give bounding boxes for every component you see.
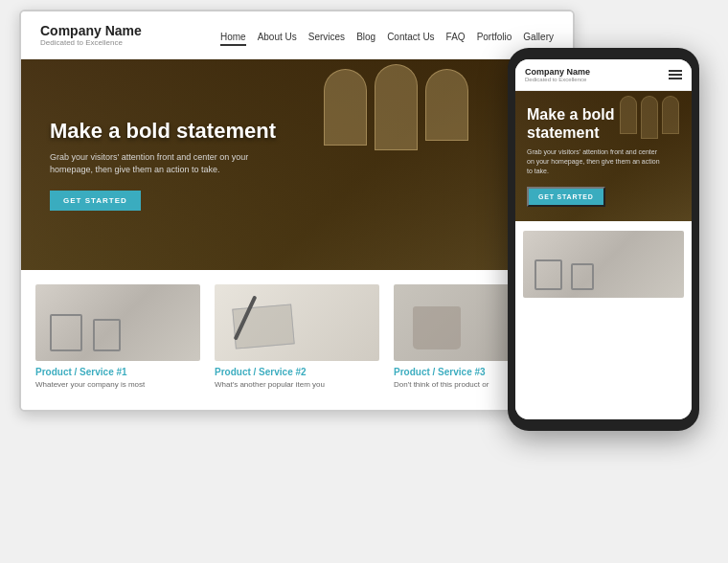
mobile-hero-cta-button[interactable]: GET STARTED — [527, 187, 605, 207]
hero-cta-button[interactable]: GET STARTED — [50, 191, 141, 211]
hero-title: Make a bold statement — [50, 119, 276, 144]
nav-item-contact[interactable]: Contact Us — [387, 27, 434, 44]
product-title-2: Product / Service #2 — [215, 367, 379, 377]
nav-link-home[interactable]: Home — [220, 32, 246, 46]
mobile-screen: Company Name Dedicated to Excellence Mak… — [515, 59, 692, 419]
desktop-navbar: Company Name Dedicated to Excellence Hom… — [21, 11, 573, 59]
hamburger-menu-button[interactable] — [669, 70, 682, 79]
mobile-mockup: Company Name Dedicated to Excellence Mak… — [508, 48, 699, 431]
nav-link-faq[interactable]: FAQ — [446, 32, 466, 42]
mobile-logo: Company Name Dedicated to Excellence — [525, 67, 590, 82]
arch-3 — [425, 69, 468, 141]
mobile-arch-2 — [641, 96, 658, 139]
nav-item-about[interactable]: About Us — [258, 27, 297, 44]
product-image-1 — [35, 284, 200, 361]
mobile-hero-subtitle: Grab your visitors' attention front and … — [527, 147, 661, 175]
nav-item-faq[interactable]: FAQ — [446, 27, 466, 44]
desktop-hero: Make a bold statement Grab your visitors… — [21, 59, 573, 270]
nav-item-home[interactable]: Home — [220, 27, 246, 44]
product-desc-1: Whatever your company is most — [35, 380, 200, 390]
desktop-mockup: Company Name Dedicated to Excellence Hom… — [19, 10, 575, 412]
nav-link-contact[interactable]: Contact Us — [387, 32, 434, 42]
nav-link-services[interactable]: Services — [308, 32, 345, 42]
mobile-navbar: Company Name Dedicated to Excellence — [515, 59, 692, 91]
hamburger-line-3 — [669, 78, 682, 79]
nav-link-about[interactable]: About Us — [258, 32, 297, 42]
product-card-2: Product / Service #2 What's another popu… — [215, 284, 379, 404]
mobile-hero-title: Make a bold statement — [527, 105, 642, 142]
desktop-nav-links: Home About Us Services Blog Contact Us F… — [220, 27, 554, 44]
hero-subtitle: Grab your visitors' attention front and … — [50, 151, 261, 175]
mobile-hero: Make a bold statement Grab your visitors… — [515, 91, 692, 221]
desktop-logo-name: Company Name — [40, 23, 142, 38]
page-wrapper: Company Name Dedicated to Excellence Hom… — [0, 0, 728, 563]
desktop-logo-tagline: Dedicated to Excellence — [40, 38, 142, 47]
hamburger-line-2 — [669, 74, 682, 76]
arch-2 — [375, 64, 418, 150]
hamburger-line-1 — [669, 70, 682, 72]
nav-item-gallery[interactable]: Gallery — [523, 27, 554, 44]
nav-item-portfolio[interactable]: Portfolio — [477, 27, 512, 44]
product-image-2 — [215, 284, 379, 361]
product-title-1: Product / Service #1 — [35, 367, 200, 377]
mobile-product-image-1 — [523, 231, 684, 298]
mobile-products-section — [515, 221, 692, 419]
nav-item-services[interactable]: Services — [308, 27, 345, 44]
arch-1 — [324, 69, 367, 146]
mobile-logo-name: Company Name — [525, 67, 590, 77]
nav-link-gallery[interactable]: Gallery — [523, 32, 554, 42]
hero-content: Make a bold statement Grab your visitors… — [50, 119, 276, 210]
desktop-logo: Company Name Dedicated to Excellence — [40, 23, 142, 47]
mobile-arch-3 — [662, 96, 679, 134]
hero-arches-decoration — [324, 59, 515, 270]
nav-link-portfolio[interactable]: Portfolio — [477, 32, 512, 42]
mobile-logo-tagline: Dedicated to Excellence — [525, 77, 590, 82]
desktop-products-section: Product / Service #1 Whatever your compa… — [21, 270, 573, 412]
product-card-1: Product / Service #1 Whatever your compa… — [35, 284, 200, 404]
nav-link-blog[interactable]: Blog — [356, 32, 375, 42]
nav-item-blog[interactable]: Blog — [356, 27, 375, 44]
product-desc-2: What's another popular item you — [215, 380, 379, 390]
